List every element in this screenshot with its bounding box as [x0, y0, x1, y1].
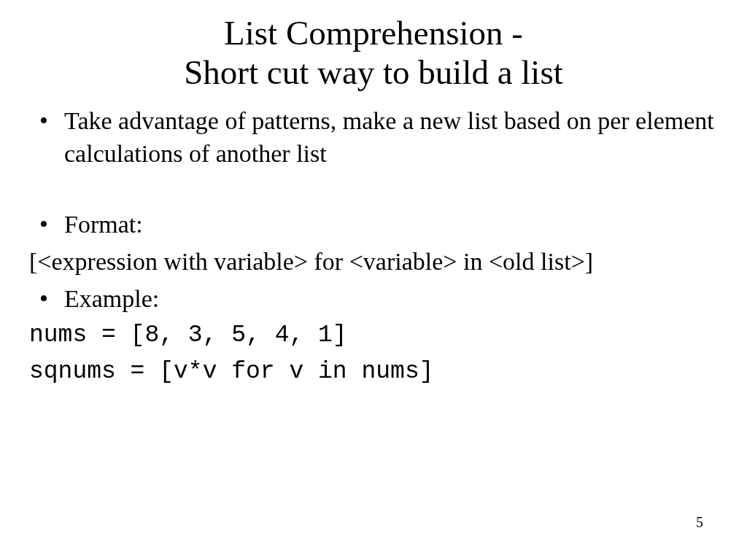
code-line-1: nums = [8, 3, 5, 4, 1] — [29, 319, 718, 351]
bullet-format-label: Format: — [29, 209, 718, 241]
title-line-2: Short cut way to build a list — [184, 53, 563, 91]
title-line-1: List Comprehension - — [224, 14, 523, 52]
spacer — [29, 175, 718, 209]
bullet-example-label: Example: — [29, 283, 718, 316]
slide-title: List Comprehension - Short cut way to bu… — [29, 13, 718, 92]
slide-body: Take advantage of patterns, make a new l… — [29, 105, 718, 387]
code-line-2: sqnums = [v*v for v in nums] — [29, 356, 718, 388]
page-number: 5 — [696, 514, 703, 531]
format-syntax: [<expression with variable> for <variabl… — [29, 246, 718, 279]
bullet-intro: Take advantage of patterns, make a new l… — [29, 105, 718, 171]
